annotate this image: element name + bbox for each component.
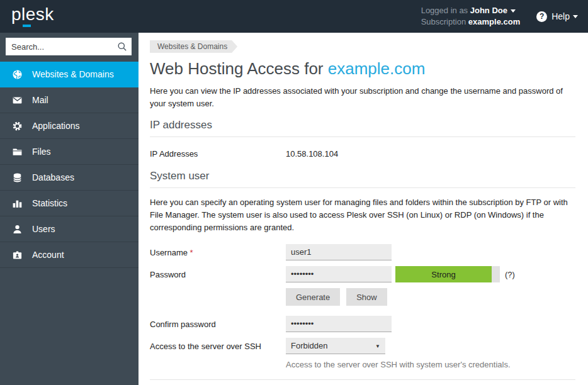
ssh-access-select-wrap: Forbidden ▼ [286, 338, 385, 354]
ssh-access-hint: Access to the server over SSH with syste… [286, 360, 575, 369]
sidebar-item-label: Applications [32, 121, 80, 131]
chevron-down-icon [511, 9, 516, 13]
username-label: Username * [150, 248, 286, 257]
page-title-domain-link[interactable]: example.com [328, 59, 426, 78]
password-row: Password Strong (?) [150, 266, 575, 282]
ip-addresses-label: IP Addresses [150, 149, 286, 159]
sidebar-item-label: Statistics [32, 198, 67, 208]
username-row: Username * [150, 244, 575, 260]
top-header: plesk Logged in as John Doe Subscription… [0, 0, 588, 33]
sidebar-item-account[interactable]: Account [0, 242, 139, 268]
plesk-logo-underline [23, 25, 31, 27]
page-title-prefix: Web Hosting Access for [150, 59, 328, 78]
sidebar-item-users[interactable]: Users [0, 216, 139, 242]
sidebar: Websites & Domains Mail Applications [0, 33, 139, 385]
sidebar-search [6, 38, 132, 55]
user-name[interactable]: John Doe [470, 6, 507, 15]
show-password-button[interactable]: Show [346, 288, 387, 306]
ip-addresses-row: IP Addresses 10.58.108.104 [150, 137, 575, 170]
globe-icon [12, 69, 23, 80]
generate-password-button[interactable]: Generate [286, 288, 340, 306]
page-intro: Here you can view the IP addresses assoc… [150, 85, 575, 110]
search-icon[interactable] [117, 42, 127, 54]
sidebar-filler [0, 268, 139, 385]
plesk-app: plesk Logged in as John Doe Subscription… [0, 0, 588, 385]
sidebar-item-label: Users [32, 224, 55, 234]
ssh-access-row: Access to the server over SSH Forbidden … [150, 338, 575, 354]
system-user-description: Here you can specify an operating system… [150, 196, 575, 234]
sidebar-item-label: Databases [32, 172, 74, 182]
ssh-access-label: Access to the server over SSH [150, 342, 286, 351]
system-user-heading: System user [150, 170, 575, 188]
password-tools-row: Generate Show [286, 288, 575, 306]
confirm-password-label: Confirm password [150, 320, 286, 329]
user-icon [12, 224, 23, 235]
confirm-password-row: Confirm password [150, 316, 575, 332]
help-label: Help [551, 11, 570, 21]
password-strength-remainder [492, 266, 500, 282]
chevron-down-icon [573, 15, 578, 18]
sidebar-item-label: Files [32, 147, 51, 157]
breadcrumb[interactable]: Websites & Domains [150, 40, 237, 53]
header-right: Logged in as John Doe Subscription examp… [421, 5, 588, 28]
subscription-row: Subscription example.com [421, 16, 521, 28]
subscription-value: example.com [468, 17, 520, 26]
sidebar-item-files[interactable]: Files [0, 139, 139, 165]
username-input[interactable] [286, 244, 392, 260]
username-label-text: Username [150, 248, 188, 257]
sidebar-item-applications[interactable]: Applications [0, 113, 139, 139]
sidebar-item-mail[interactable]: Mail [0, 87, 139, 113]
folder-icon [12, 147, 23, 157]
required-asterisk: * [190, 248, 193, 257]
database-icon [12, 172, 23, 183]
sidebar-nav: Websites & Domains Mail Applications [0, 62, 139, 268]
logged-in-row[interactable]: Logged in as John Doe [421, 5, 521, 16]
logged-in-as-label: Logged in as [421, 6, 468, 15]
password-strength-help-link[interactable]: (?) [505, 270, 515, 279]
confirm-password-input[interactable] [286, 316, 392, 332]
question-circle-icon: ? [536, 11, 547, 22]
password-label: Password [150, 270, 286, 279]
help-menu[interactable]: ? Help [536, 11, 578, 22]
session-info: Logged in as John Doe Subscription examp… [421, 5, 521, 28]
sidebar-item-label: Mail [32, 95, 48, 105]
main-content: Websites & Domains Web Hosting Access fo… [139, 33, 588, 385]
mail-icon [12, 95, 23, 106]
sidebar-item-label: Account [32, 250, 64, 260]
ssh-access-select[interactable]: Forbidden [286, 338, 385, 354]
sidebar-item-websites-domains[interactable]: Websites & Domains [0, 62, 139, 87]
id-card-icon [12, 250, 23, 260]
form-footer: * Required fields OK Apply Cancel [150, 380, 575, 385]
sidebar-item-statistics[interactable]: Statistics [0, 191, 139, 216]
gear-icon [12, 121, 23, 131]
bar-chart-icon [12, 198, 23, 209]
password-input[interactable] [286, 266, 392, 282]
app-body: Websites & Domains Mail Applications [0, 33, 588, 385]
page-title: Web Hosting Access for example.com [150, 59, 575, 79]
password-strength-meter: Strong [395, 266, 500, 282]
search-input[interactable] [6, 38, 132, 55]
plesk-logo[interactable]: plesk [11, 6, 54, 27]
plesk-logo-text: plesk [11, 4, 54, 24]
password-strength-badge: Strong [395, 266, 492, 282]
subscription-label: Subscription [421, 17, 466, 26]
sidebar-item-label: Websites & Domains [32, 69, 114, 79]
ip-addresses-heading: IP addresses [150, 119, 575, 137]
sidebar-item-databases[interactable]: Databases [0, 165, 139, 191]
ip-addresses-value: 10.58.108.104 [286, 149, 338, 159]
